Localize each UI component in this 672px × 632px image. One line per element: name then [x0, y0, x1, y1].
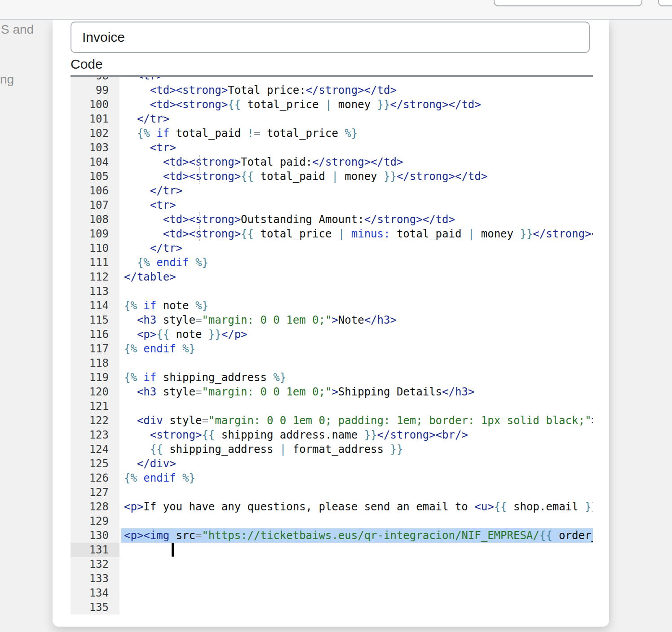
background-page-text: S and — [1, 22, 34, 37]
line-number: 100 — [71, 97, 119, 112]
indent-guide — [199, 169, 200, 184]
code-text: <div style="margin: 0 0 1em 0; padding: … — [119, 413, 593, 428]
code-line[interactable]: 128<p>If you have any questions, please … — [71, 500, 593, 514]
code-editor[interactable]: 98 <tr>99 <td><strong>Total price:</stro… — [71, 75, 593, 614]
code-line[interactable]: 121 — [71, 399, 593, 413]
code-text: <td><strong>{{ total_price | money }}</s… — [119, 97, 593, 112]
code-line[interactable]: 109 <td><strong>{{ total_price | minus: … — [71, 227, 593, 241]
code-line[interactable]: 99 <td><strong>Total price:</strong></td… — [71, 83, 593, 97]
code-line[interactable]: 105 <td><strong>{{ total_paid | money }}… — [71, 169, 593, 184]
line-number: 118 — [71, 356, 119, 370]
code-text — [119, 514, 593, 528]
code-line[interactable]: 114{% if note %} — [71, 298, 593, 313]
line-number: 114 — [71, 298, 119, 313]
code-line[interactable]: 101 </tr> — [71, 112, 593, 126]
line-number: 112 — [71, 270, 119, 284]
line-number: 132 — [71, 557, 119, 571]
code-text: <td><strong>Total price:</strong></td> — [119, 83, 593, 97]
line-number: 123 — [71, 428, 119, 442]
code-line[interactable]: 112</table> — [71, 270, 593, 284]
code-line[interactable]: 115 <h3 style="margin: 0 0 1em 0;">Note<… — [71, 313, 593, 327]
line-number: 105 — [71, 169, 119, 184]
code-text: <td><strong>{{ total_paid | money }}</st… — [119, 169, 593, 184]
line-number: 127 — [71, 485, 119, 500]
code-line[interactable]: 110 </tr> — [71, 241, 593, 255]
line-number: 113 — [71, 284, 119, 298]
code-line[interactable]: 135 — [71, 600, 593, 614]
line-number: 106 — [71, 184, 119, 198]
topbar-input-partial[interactable] — [494, 0, 642, 6]
code-line[interactable]: 129 — [71, 514, 593, 528]
code-line[interactable]: 125 </div> — [71, 456, 593, 471]
code-line[interactable]: 123 <strong>{{ shipping_address.name }}<… — [71, 428, 593, 442]
line-number: 102 — [71, 126, 119, 140]
line-number: 120 — [71, 385, 119, 399]
code-line[interactable]: 131 — [71, 543, 593, 557]
indent-guide — [199, 227, 200, 241]
code-label: Code — [71, 57, 103, 72]
line-number: 111 — [71, 255, 119, 270]
code-line[interactable]: 104 <td><strong>Total paid:</strong></td… — [71, 155, 593, 169]
code-text: {% if total_paid != total_price %} — [119, 126, 593, 140]
code-line[interactable]: 102 {% if total_paid != total_price %} — [71, 126, 593, 140]
code-text: </tr> — [119, 112, 593, 126]
code-line[interactable]: 117{% endif %} — [71, 342, 593, 356]
line-number: 104 — [71, 155, 119, 169]
code-line[interactable]: 134 — [71, 586, 593, 600]
code-line[interactable]: 111 {% endif %} — [71, 255, 593, 270]
line-number: 108 — [71, 212, 119, 227]
code-line[interactable]: 120 <h3 style="margin: 0 0 1em 0;">Shipp… — [71, 385, 593, 399]
code-text: <p>If you have any questions, please sen… — [119, 500, 593, 514]
code-text: </table> — [119, 270, 593, 284]
code-text: <h3 style="margin: 0 0 1em 0;">Shipping … — [119, 385, 593, 399]
line-number: 133 — [71, 571, 119, 586]
code-line[interactable]: 132 — [71, 557, 593, 571]
code-line[interactable]: 127 — [71, 485, 593, 500]
code-line[interactable]: 133 — [71, 571, 593, 586]
template-title-input[interactable] — [71, 22, 590, 53]
code-line[interactable]: 100 <td><strong>{{ total_price | money }… — [71, 97, 593, 112]
code-text — [119, 399, 593, 413]
code-text: {% endif %} — [119, 255, 593, 270]
code-line[interactable]: 118 — [71, 356, 593, 370]
line-number: 98 — [71, 77, 119, 83]
code-line[interactable]: 106 </tr> — [71, 184, 593, 198]
code-line[interactable]: 107 <tr> — [71, 198, 593, 212]
code-line[interactable]: 103 <tr> — [71, 140, 593, 155]
code-line[interactable]: 119{% if shipping_address %} — [71, 370, 593, 385]
code-text — [119, 586, 593, 600]
line-number: 134 — [71, 586, 119, 600]
code-text-selected: <p><img src="https://ticketbaiws.eus/qr-… — [119, 528, 593, 543]
code-text — [119, 600, 593, 614]
code-line[interactable]: 116 <p>{{ note }}</p> — [71, 327, 593, 342]
code-line[interactable]: 98 <tr> — [71, 77, 593, 83]
code-lines: 98 <tr>99 <td><strong>Total price:</stro… — [71, 77, 593, 614]
code-text — [119, 284, 593, 298]
code-line[interactable]: 113 — [71, 284, 593, 298]
code-text: </div> — [119, 456, 593, 471]
code-text — [119, 571, 593, 586]
code-text — [119, 543, 593, 557]
line-number: 126 — [71, 471, 119, 485]
line-number: 131 — [71, 543, 119, 557]
code-line[interactable]: 122 <div style="margin: 0 0 1em 0; paddi… — [71, 413, 593, 428]
code-editor-viewport: 98 <tr>99 <td><strong>Total price:</stro… — [71, 77, 593, 614]
code-text: <tr> — [119, 198, 593, 212]
line-number: 130 — [71, 528, 119, 543]
code-text — [119, 557, 593, 571]
line-number: 129 — [71, 514, 119, 528]
code-line[interactable]: 108 <td><strong>Outstanding Amount:</str… — [71, 212, 593, 227]
code-line[interactable]: 126{% endif %} — [71, 471, 593, 485]
line-number: 135 — [71, 600, 119, 614]
code-text — [119, 485, 593, 500]
code-text: <p>{{ note }}</p> — [119, 327, 593, 342]
code-text: {{ shipping_address | format_address }} — [119, 442, 593, 456]
code-line[interactable]: 130<p><img src="https://ticketbaiws.eus/… — [71, 528, 593, 543]
line-number: 121 — [71, 399, 119, 413]
line-number: 117 — [71, 342, 119, 356]
code-text — [119, 356, 593, 370]
topbar-button-partial[interactable] — [658, 0, 672, 6]
line-number: 110 — [71, 241, 119, 255]
code-line[interactable]: 124 {{ shipping_address | format_address… — [71, 442, 593, 456]
line-number: 109 — [71, 227, 119, 241]
